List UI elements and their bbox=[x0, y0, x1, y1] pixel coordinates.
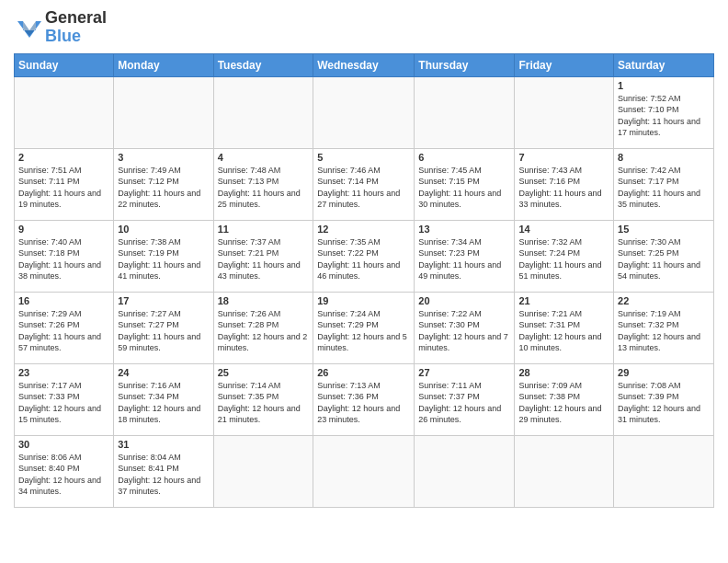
day-info: Sunrise: 7:09 AM Sunset: 7:38 PM Dayligh… bbox=[518, 380, 609, 426]
week-row-6: 30Sunrise: 8:06 AM Sunset: 8:40 PM Dayli… bbox=[15, 435, 714, 507]
day-cell: 18Sunrise: 7:26 AM Sunset: 7:28 PM Dayli… bbox=[213, 292, 313, 363]
logo-general: General bbox=[45, 8, 107, 27]
day-info: Sunrise: 7:40 AM Sunset: 7:18 PM Dayligh… bbox=[18, 236, 109, 282]
day-cell: 10Sunrise: 7:38 AM Sunset: 7:19 PM Dayli… bbox=[114, 220, 213, 292]
day-cell bbox=[213, 76, 313, 148]
day-cell: 7Sunrise: 7:43 AM Sunset: 7:16 PM Daylig… bbox=[515, 148, 614, 220]
day-cell bbox=[515, 76, 614, 148]
weekday-header-sunday: Sunday bbox=[15, 53, 114, 76]
day-info: Sunrise: 7:38 AM Sunset: 7:19 PM Dayligh… bbox=[118, 236, 209, 282]
day-info: Sunrise: 7:42 AM Sunset: 7:17 PM Dayligh… bbox=[618, 165, 710, 211]
day-cell: 26Sunrise: 7:13 AM Sunset: 7:36 PM Dayli… bbox=[313, 363, 415, 435]
day-number: 30 bbox=[18, 439, 109, 450]
day-info: Sunrise: 7:16 AM Sunset: 7:34 PM Dayligh… bbox=[118, 380, 209, 426]
day-info: Sunrise: 7:26 AM Sunset: 7:28 PM Dayligh… bbox=[218, 308, 310, 354]
day-cell: 2Sunrise: 7:51 AM Sunset: 7:11 PM Daylig… bbox=[15, 148, 114, 220]
day-cell: 4Sunrise: 7:48 AM Sunset: 7:13 PM Daylig… bbox=[213, 148, 313, 220]
day-number: 12 bbox=[317, 224, 410, 235]
day-number: 26 bbox=[317, 367, 410, 378]
day-cell: 25Sunrise: 7:14 AM Sunset: 7:35 PM Dayli… bbox=[213, 363, 313, 435]
day-number: 8 bbox=[618, 152, 710, 163]
day-number: 19 bbox=[317, 295, 410, 306]
day-cell: 27Sunrise: 7:11 AM Sunset: 7:37 PM Dayli… bbox=[415, 363, 515, 435]
svg-marker-1 bbox=[23, 21, 36, 36]
day-cell: 6Sunrise: 7:45 AM Sunset: 7:15 PM Daylig… bbox=[415, 148, 515, 220]
day-number: 16 bbox=[18, 295, 109, 306]
day-number: 28 bbox=[518, 367, 609, 378]
day-cell: 8Sunrise: 7:42 AM Sunset: 7:17 PM Daylig… bbox=[614, 148, 714, 220]
day-info: Sunrise: 7:17 AM Sunset: 7:33 PM Dayligh… bbox=[18, 380, 109, 426]
day-cell: 20Sunrise: 7:22 AM Sunset: 7:30 PM Dayli… bbox=[415, 292, 515, 363]
day-cell: 5Sunrise: 7:46 AM Sunset: 7:14 PM Daylig… bbox=[313, 148, 415, 220]
day-info: Sunrise: 7:14 AM Sunset: 7:35 PM Dayligh… bbox=[218, 380, 310, 426]
day-cell: 16Sunrise: 7:29 AM Sunset: 7:26 PM Dayli… bbox=[15, 292, 114, 363]
day-info: Sunrise: 7:51 AM Sunset: 7:11 PM Dayligh… bbox=[18, 165, 109, 211]
logo-blue: Blue bbox=[45, 27, 81, 45]
day-number: 7 bbox=[518, 152, 609, 163]
day-cell bbox=[313, 76, 415, 148]
day-number: 9 bbox=[18, 224, 109, 235]
logo-text: General Blue bbox=[14, 9, 107, 46]
day-info: Sunrise: 7:48 AM Sunset: 7:13 PM Dayligh… bbox=[218, 165, 310, 211]
day-info: Sunrise: 7:34 AM Sunset: 7:23 PM Dayligh… bbox=[418, 236, 510, 282]
day-number: 20 bbox=[418, 295, 510, 306]
day-info: Sunrise: 7:32 AM Sunset: 7:24 PM Dayligh… bbox=[518, 236, 609, 282]
day-number: 4 bbox=[218, 152, 310, 163]
day-info: Sunrise: 8:06 AM Sunset: 8:40 PM Dayligh… bbox=[18, 452, 109, 498]
day-info: Sunrise: 7:21 AM Sunset: 7:31 PM Dayligh… bbox=[518, 308, 609, 354]
day-number: 17 bbox=[118, 295, 209, 306]
day-info: Sunrise: 7:19 AM Sunset: 7:32 PM Dayligh… bbox=[618, 308, 710, 354]
day-cell: 9Sunrise: 7:40 AM Sunset: 7:18 PM Daylig… bbox=[15, 220, 114, 292]
day-info: Sunrise: 7:24 AM Sunset: 7:29 PM Dayligh… bbox=[317, 308, 410, 354]
day-info: Sunrise: 7:43 AM Sunset: 7:16 PM Dayligh… bbox=[518, 165, 609, 211]
day-info: Sunrise: 7:13 AM Sunset: 7:36 PM Dayligh… bbox=[317, 380, 410, 426]
day-number: 21 bbox=[518, 295, 609, 306]
day-info: Sunrise: 7:37 AM Sunset: 7:21 PM Dayligh… bbox=[218, 236, 310, 282]
day-cell: 15Sunrise: 7:30 AM Sunset: 7:25 PM Dayli… bbox=[614, 220, 714, 292]
day-cell: 30Sunrise: 8:06 AM Sunset: 8:40 PM Dayli… bbox=[15, 435, 114, 507]
weekday-header-monday: Monday bbox=[114, 53, 213, 76]
calendar-table: SundayMondayTuesdayWednesdayThursdayFrid… bbox=[14, 53, 714, 508]
day-cell: 13Sunrise: 7:34 AM Sunset: 7:23 PM Dayli… bbox=[415, 220, 515, 292]
day-cell: 29Sunrise: 7:08 AM Sunset: 7:39 PM Dayli… bbox=[614, 363, 714, 435]
day-number: 27 bbox=[418, 367, 510, 378]
week-row-2: 2Sunrise: 7:51 AM Sunset: 7:11 PM Daylig… bbox=[15, 148, 714, 220]
day-info: Sunrise: 7:30 AM Sunset: 7:25 PM Dayligh… bbox=[618, 236, 710, 282]
day-info: Sunrise: 8:04 AM Sunset: 8:41 PM Dayligh… bbox=[118, 452, 209, 498]
day-number: 3 bbox=[118, 152, 209, 163]
week-row-5: 23Sunrise: 7:17 AM Sunset: 7:33 PM Dayli… bbox=[15, 363, 714, 435]
day-cell bbox=[313, 435, 415, 507]
page: General Blue SundayMondayTuesdayWednesda… bbox=[0, 0, 728, 517]
weekday-header-tuesday: Tuesday bbox=[213, 53, 313, 76]
day-number: 14 bbox=[518, 224, 609, 235]
day-cell: 21Sunrise: 7:21 AM Sunset: 7:31 PM Dayli… bbox=[515, 292, 614, 363]
day-number: 31 bbox=[118, 439, 209, 450]
day-cell bbox=[213, 435, 313, 507]
logo-triangle-icon bbox=[14, 12, 45, 43]
day-cell: 11Sunrise: 7:37 AM Sunset: 7:21 PM Dayli… bbox=[213, 220, 313, 292]
day-info: Sunrise: 7:35 AM Sunset: 7:22 PM Dayligh… bbox=[317, 236, 410, 282]
day-info: Sunrise: 7:49 AM Sunset: 7:12 PM Dayligh… bbox=[118, 165, 209, 211]
logo: General Blue bbox=[14, 9, 107, 46]
day-number: 10 bbox=[118, 224, 209, 235]
day-info: Sunrise: 7:29 AM Sunset: 7:26 PM Dayligh… bbox=[18, 308, 109, 354]
day-number: 24 bbox=[118, 367, 209, 378]
week-row-3: 9Sunrise: 7:40 AM Sunset: 7:18 PM Daylig… bbox=[15, 220, 714, 292]
week-row-4: 16Sunrise: 7:29 AM Sunset: 7:26 PM Dayli… bbox=[15, 292, 714, 363]
week-row-1: 1Sunrise: 7:52 AM Sunset: 7:10 PM Daylig… bbox=[15, 76, 714, 148]
day-number: 2 bbox=[18, 152, 109, 163]
day-number: 15 bbox=[618, 224, 710, 235]
day-cell: 24Sunrise: 7:16 AM Sunset: 7:34 PM Dayli… bbox=[114, 363, 213, 435]
day-number: 25 bbox=[218, 367, 310, 378]
day-cell: 23Sunrise: 7:17 AM Sunset: 7:33 PM Dayli… bbox=[15, 363, 114, 435]
day-number: 18 bbox=[218, 295, 310, 306]
day-info: Sunrise: 7:11 AM Sunset: 7:37 PM Dayligh… bbox=[418, 380, 510, 426]
day-number: 13 bbox=[418, 224, 510, 235]
day-cell bbox=[415, 76, 515, 148]
day-number: 6 bbox=[418, 152, 510, 163]
weekday-header-wednesday: Wednesday bbox=[313, 53, 415, 76]
day-cell: 12Sunrise: 7:35 AM Sunset: 7:22 PM Dayli… bbox=[313, 220, 415, 292]
weekday-header-saturday: Saturday bbox=[614, 53, 714, 76]
day-info: Sunrise: 7:46 AM Sunset: 7:14 PM Dayligh… bbox=[317, 165, 410, 211]
day-cell: 19Sunrise: 7:24 AM Sunset: 7:29 PM Dayli… bbox=[313, 292, 415, 363]
